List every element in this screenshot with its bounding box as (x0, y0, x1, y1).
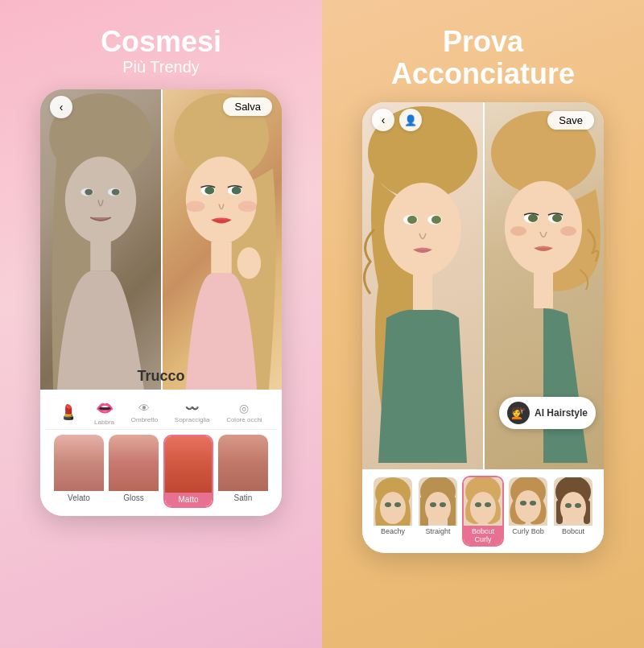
hairstyle-options: Beachy St (365, 476, 601, 548)
photo-right-made-up (161, 89, 282, 390)
back-button-left[interactable]: ‹ (50, 96, 72, 118)
svg-point-13 (186, 200, 205, 212)
left-panel: Cosmesi Più Trendy ‹ Salva (0, 0, 322, 648)
svg-point-53 (520, 501, 526, 506)
svg-point-44 (440, 502, 446, 507)
svg-rect-23 (413, 274, 432, 310)
lipstick-velato[interactable]: Velato (54, 435, 104, 508)
svg-point-21 (407, 216, 417, 224)
hairstyle-straight[interactable]: Straight (417, 476, 459, 547)
hairstyle-bobcut-curly[interactable]: Bobcut Curly (462, 476, 504, 547)
right-panel: Prova Acconciature ‹ 👤 Save (322, 0, 644, 648)
svg-point-61 (565, 503, 572, 508)
lipstick-matto[interactable]: Matto (163, 435, 213, 508)
svg-point-4 (85, 188, 93, 195)
svg-point-62 (575, 503, 581, 508)
svg-point-1 (65, 156, 136, 243)
svg-rect-15 (211, 241, 232, 273)
split-line-right (483, 102, 485, 469)
svg-point-31 (560, 226, 576, 236)
lipstick-satin[interactable]: Satin (218, 435, 268, 508)
right-title-line1: Prova Acconciature (391, 26, 575, 89)
svg-point-35 (380, 492, 406, 524)
photo-right-original (362, 102, 483, 469)
svg-rect-6 (90, 239, 111, 270)
svg-rect-32 (534, 272, 553, 308)
svg-point-30 (510, 226, 526, 236)
split-line-left (161, 89, 163, 390)
makeup-icon-eyeshadow[interactable]: 👁 Ombretto (131, 402, 158, 423)
svg-point-48 (475, 502, 481, 507)
back-button-right[interactable]: ‹ (372, 109, 394, 131)
phone-right-photo: 💇 AI Hairstyle (362, 102, 604, 469)
hairstyle-beachy[interactable]: Beachy (372, 476, 414, 547)
photo-left-natural (40, 89, 161, 390)
svg-point-49 (485, 502, 491, 507)
phone-right-bar: ‹ 👤 Save (362, 102, 604, 138)
right-title: Prova Acconciature (391, 26, 575, 89)
svg-point-22 (431, 216, 441, 224)
svg-point-42 (425, 492, 451, 524)
svg-point-29 (552, 214, 562, 222)
makeup-icon-lips[interactable]: 👄 Labbra (94, 399, 114, 426)
svg-point-16 (237, 247, 261, 279)
ai-badge-icon: 💇 (507, 402, 530, 424)
trucco-label: Trucco (40, 368, 282, 390)
hairstyle-bobcut[interactable]: Bobcut (552, 476, 594, 547)
makeup-icon-brows[interactable]: 〰️ Sopracciglia (175, 402, 210, 423)
svg-point-5 (112, 188, 120, 195)
svg-point-28 (528, 214, 538, 222)
lipstick-options: Velato Gloss Matto Satin (45, 435, 277, 511)
svg-point-12 (232, 186, 242, 194)
svg-point-14 (238, 200, 258, 212)
svg-point-36 (385, 502, 391, 507)
head-icon: 👤 (399, 109, 422, 131)
phone-left: ‹ Salva (40, 89, 282, 516)
phone-left-photo: Trucco (40, 89, 282, 390)
svg-point-52 (515, 490, 541, 522)
svg-point-60 (560, 492, 586, 524)
left-title-line2: Più Trendy (101, 58, 221, 76)
phone-left-bottom: 💄 👄 Labbra 👁 Ombretto 〰️ Sopracciglia ◎ … (40, 390, 282, 516)
left-title: Cosmesi Più Trendy (101, 26, 221, 76)
phone-right: ‹ 👤 Save (362, 102, 604, 553)
makeup-icons: 💄 👄 Labbra 👁 Ombretto 〰️ Sopracciglia ◎ … (45, 396, 277, 430)
svg-point-43 (430, 502, 436, 507)
svg-point-47 (470, 492, 496, 524)
svg-point-18 (384, 183, 461, 276)
makeup-icon-contacts[interactable]: ◎ Colore occhi (226, 402, 262, 423)
lipstick-gloss[interactable]: Gloss (109, 435, 159, 508)
phone-left-bar: ‹ Salva (40, 89, 282, 125)
svg-point-11 (204, 186, 214, 194)
svg-point-54 (530, 501, 536, 506)
hairstyle-curly-bob[interactable]: Curly Bob (507, 476, 549, 547)
left-title-line1: Cosmesi (101, 26, 221, 58)
ai-hairstyle-badge: 💇 AI Hairstyle (499, 397, 596, 429)
phone-right-bottom: Beachy St (362, 469, 604, 553)
svg-point-37 (394, 502, 401, 507)
save-button-left[interactable]: Salva (223, 97, 272, 116)
svg-point-8 (186, 156, 257, 243)
ai-badge-text: AI Hairstyle (535, 407, 588, 419)
makeup-icon-lipstick[interactable]: 💄 (60, 403, 77, 421)
save-button-right[interactable]: Save (547, 111, 594, 130)
